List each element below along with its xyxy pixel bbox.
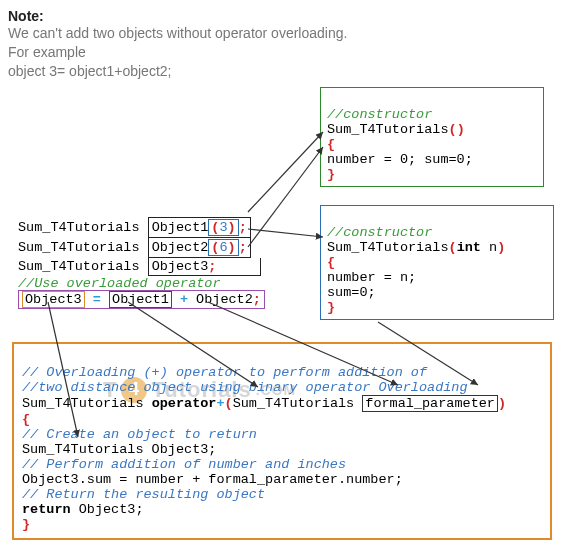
assign-rhs1: Object1 — [109, 291, 172, 308]
ctor2-body1: number = n; — [327, 270, 416, 285]
note-line2: For example — [8, 44, 86, 60]
operator-func-box: // Overloading (+) operator to perform a… — [12, 342, 552, 540]
declarations-block: Sum_T4Tutorials Object1(3); Sum_T4Tutori… — [18, 202, 265, 308]
ctor1-body: number = 0; sum=0; — [327, 152, 473, 167]
op-c1: // Overloading (+) operator to perform a… — [22, 365, 427, 380]
decl-o1: Object1 — [152, 220, 209, 235]
note-title: Note: — [8, 8, 553, 24]
assign-rhs2: Object2 — [196, 292, 253, 307]
decl-o2: Object2 — [152, 240, 209, 255]
op-c4: // Perform addition of number and inches — [22, 457, 346, 472]
decl-type1: Sum_T4Tutorials — [18, 220, 140, 235]
op-assign: Object3.sum = number + formal_parameter.… — [22, 472, 403, 487]
decl-o3: Object3 — [152, 259, 209, 274]
op-c2: //two distance object using binary opera… — [22, 380, 468, 395]
op-kw: operator — [152, 396, 217, 411]
op-ret: Sum_T4Tutorials — [22, 396, 144, 411]
diagram-area: T 4 Tutorials .COM //constructor Sum_T4T… — [8, 87, 553, 560]
decl-o1-box: Object1(3); — [148, 217, 251, 238]
op-retkw: return — [22, 502, 71, 517]
decl-o3-box: Object3; — [148, 258, 261, 276]
decl-o2-args: (6) — [208, 239, 238, 256]
decl-o2-box: Object2(6); — [148, 238, 251, 258]
ctor2-pname: n — [489, 240, 497, 255]
note-line3: object 3= object1+object2; — [8, 63, 171, 79]
use-comment: //Use overloaded operator — [18, 276, 221, 291]
decl-type3: Sum_T4Tutorials — [18, 259, 140, 274]
constructor-param-box: //constructor Sum_T4Tutorials(int n) { n… — [320, 205, 554, 320]
assign-box: Object3 = Object1 + Object2; — [18, 290, 265, 309]
op-retobj: Object3; — [79, 502, 144, 517]
assign-lhs: Object3 — [22, 291, 85, 308]
constructor-default-box: //constructor Sum_T4Tutorials() { number… — [320, 87, 544, 187]
decl-type2: Sum_T4Tutorials — [18, 240, 140, 255]
note-block: Note: We can't add two objects without o… — [8, 8, 553, 81]
ctor1-name: Sum_T4Tutorials — [327, 122, 449, 137]
op-plus: + — [216, 396, 224, 411]
assign-eq: = — [93, 292, 101, 307]
svg-line-0 — [248, 132, 323, 212]
decl-o1-args: (3) — [208, 219, 238, 236]
op-decl: Sum_T4Tutorials Object3; — [22, 442, 216, 457]
decl-o2arg: 6 — [219, 240, 227, 255]
ctor1-comment: //constructor — [327, 107, 432, 122]
op-ptype: Sum_T4Tutorials — [233, 396, 355, 411]
ctor2-ptype: int — [457, 240, 481, 255]
ctor2-body2: sum=0; — [327, 285, 376, 300]
decl-o1arg: 3 — [219, 220, 227, 235]
ctor2-comment: //constructor — [327, 225, 432, 240]
note-line1: We can't add two objects without operato… — [8, 25, 347, 41]
ctor2-name: Sum_T4Tutorials — [327, 240, 449, 255]
op-c5: // Return the resulting object — [22, 487, 265, 502]
note-text: We can't add two objects without operato… — [8, 24, 553, 81]
assign-plus: + — [180, 292, 188, 307]
op-pname: formal_parameter — [362, 395, 498, 412]
op-c3: // Create an object to return — [22, 427, 257, 442]
